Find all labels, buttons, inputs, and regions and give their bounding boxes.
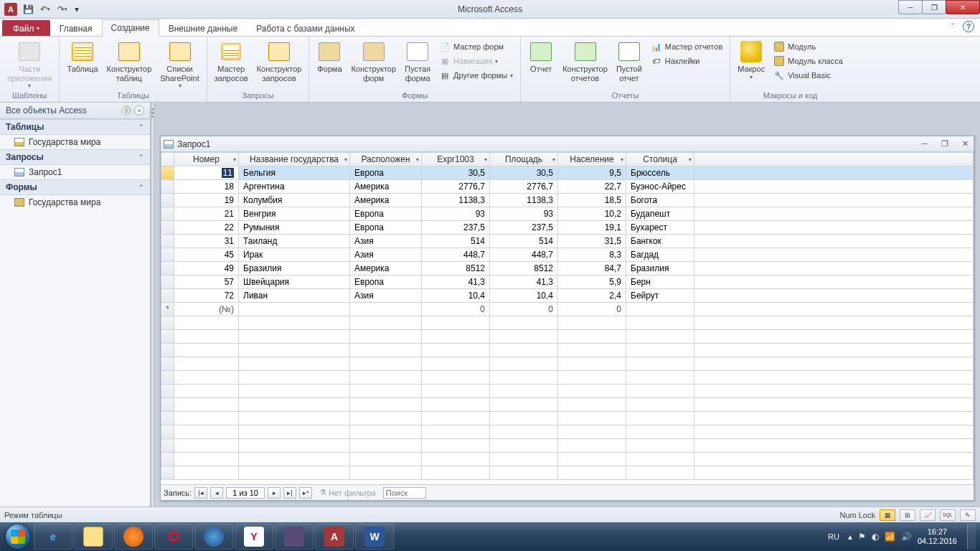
table-row[interactable]: 21ВенгрияЕвропа939310,2Будапешт <box>161 207 974 221</box>
cell[interactable]: Европа <box>350 166 422 180</box>
cell[interactable]: Европа <box>350 276 422 289</box>
select-all-corner[interactable] <box>161 153 174 166</box>
search-input[interactable] <box>383 487 426 499</box>
nav-item[interactable]: Государства мира <box>0 135 150 149</box>
form-design-button[interactable]: Конструктор форм <box>347 38 400 83</box>
column-header[interactable]: Расположен▾ <box>350 153 422 166</box>
cell[interactable]: 448,7 <box>422 248 490 262</box>
cell[interactable]: Азия <box>350 289 422 303</box>
cell[interactable]: 21 <box>174 207 239 221</box>
column-header-blank[interactable] <box>694 153 974 166</box>
chart-view-button[interactable]: 📈 <box>920 509 936 521</box>
cell[interactable]: 30,5 <box>490 166 558 180</box>
cell[interactable]: Америка <box>350 180 422 194</box>
tab-database-tools[interactable]: Работа с базами данных <box>247 20 364 37</box>
cell[interactable]: Азия <box>350 235 422 248</box>
row-selector[interactable] <box>161 194 174 207</box>
nav-item[interactable]: Государства мира <box>0 195 150 209</box>
cell[interactable] <box>626 303 694 316</box>
row-selector[interactable] <box>161 248 174 262</box>
cell[interactable]: 72 <box>174 289 239 303</box>
cell[interactable]: 93 <box>422 207 490 221</box>
tray-chevron-icon[interactable]: ▴ <box>848 532 852 542</box>
navigation-button[interactable]: ▦Навигация <box>438 55 514 67</box>
cell[interactable]: Бельгия <box>239 166 350 180</box>
more-forms-button[interactable]: ▤Другие формы <box>438 69 514 82</box>
cell[interactable]: 10,2 <box>558 207 626 221</box>
cell[interactable]: Буэнос-Айрес <box>626 180 694 194</box>
subwin-restore-icon[interactable]: ❐ <box>939 139 951 149</box>
cell[interactable]: 31,5 <box>558 235 626 248</box>
row-selector[interactable]: * <box>161 303 174 316</box>
close-button[interactable]: ✕ <box>946 0 980 14</box>
report-button[interactable]: Отчет <box>524 38 558 74</box>
form-button[interactable]: Форма <box>312 38 347 74</box>
last-record-button[interactable]: ▸| <box>283 487 296 499</box>
cell[interactable] <box>694 303 974 316</box>
cell[interactable]: 93 <box>490 207 558 221</box>
cell[interactable]: Америка <box>350 194 422 207</box>
taskbar-word[interactable]: W <box>355 524 394 550</box>
cell[interactable]: 31 <box>174 235 239 248</box>
cell[interactable] <box>694 289 974 303</box>
cell[interactable]: 5,9 <box>558 276 626 289</box>
cell[interactable] <box>694 166 974 180</box>
cell[interactable]: Бразилия <box>239 262 350 276</box>
qat-customize[interactable]: ▾ <box>72 2 82 17</box>
cell[interactable]: Богота <box>626 194 694 207</box>
cell[interactable]: Бухарест <box>626 221 694 235</box>
cell[interactable]: 237,5 <box>422 221 490 235</box>
cell[interactable] <box>239 303 350 316</box>
macro-button[interactable]: Макрос <box>733 38 769 80</box>
cell[interactable]: Будапешт <box>626 207 694 221</box>
cell[interactable]: 2,4 <box>558 289 626 303</box>
cell[interactable]: Ирак <box>239 248 350 262</box>
undo-button[interactable]: ↶▾ <box>37 2 53 17</box>
tray-volume-icon[interactable]: 🔊 <box>901 532 912 542</box>
cell[interactable] <box>694 207 974 221</box>
blank-form-button[interactable]: Пустая форма <box>400 38 435 83</box>
cell[interactable]: 8512 <box>490 262 558 276</box>
cell[interactable]: Азия <box>350 248 422 262</box>
nav-group-header[interactable]: Формы⌃ <box>0 179 150 195</box>
record-position-input[interactable] <box>226 487 265 499</box>
datasheet-view-button[interactable]: ▦ <box>880 509 895 521</box>
cell[interactable] <box>694 248 974 262</box>
cell[interactable]: Европа <box>350 207 422 221</box>
cell[interactable]: Колумбия <box>239 194 350 207</box>
table-row[interactable]: 11БельгияЕвропа30,530,59,5Брюссель <box>161 166 974 180</box>
cell[interactable]: Америка <box>350 262 422 276</box>
cell[interactable] <box>694 235 974 248</box>
design-view-button[interactable]: ✎ <box>960 509 976 521</box>
table-row[interactable]: 19КолумбияАмерика1138,31138,318,5Богота <box>161 194 974 207</box>
cell[interactable]: Швейцария <box>239 276 350 289</box>
cell[interactable]: 41,3 <box>490 276 558 289</box>
cell[interactable]: 8512 <box>422 262 490 276</box>
cell[interactable]: Таиланд <box>239 235 350 248</box>
new-record-button[interactable]: ▸* <box>299 487 312 499</box>
minimize-button[interactable]: ─ <box>898 0 923 14</box>
table-design-button[interactable]: Конструктор таблиц <box>103 38 156 83</box>
cell[interactable]: 0 <box>422 303 490 316</box>
taskbar-yandex[interactable]: Y <box>235 524 273 550</box>
nav-group-header[interactable]: Запросы⌃ <box>0 149 150 165</box>
row-selector[interactable] <box>161 166 174 180</box>
nav-collapse-icon[interactable]: « <box>134 105 144 116</box>
save-button[interactable]: 💾 <box>20 2 36 17</box>
first-record-button[interactable]: |◂ <box>194 487 207 499</box>
cell[interactable]: 19 <box>174 194 239 207</box>
cell[interactable]: Берн <box>626 276 694 289</box>
tray-action-center-icon[interactable]: ◐ <box>872 532 879 542</box>
prev-record-button[interactable]: ◂ <box>210 487 223 499</box>
query-window-titlebar[interactable]: Запрос1 ─ ❐ ✕ <box>161 136 974 152</box>
visual-basic-button[interactable]: 🔧Visual Basic <box>772 69 844 82</box>
module-button[interactable]: Модуль <box>772 40 844 53</box>
tab-external-data[interactable]: Внешние данные <box>159 20 248 37</box>
table-button[interactable]: Таблица <box>62 38 102 74</box>
cell[interactable]: 448,7 <box>490 248 558 262</box>
sharepoint-lists-button[interactable]: Списки SharePoint <box>156 38 203 89</box>
cell[interactable]: Брюссель <box>626 166 694 180</box>
ribbon-minimize-icon[interactable]: ˇ <box>947 21 958 32</box>
cell[interactable]: 237,5 <box>490 221 558 235</box>
cell[interactable]: 45 <box>174 248 239 262</box>
